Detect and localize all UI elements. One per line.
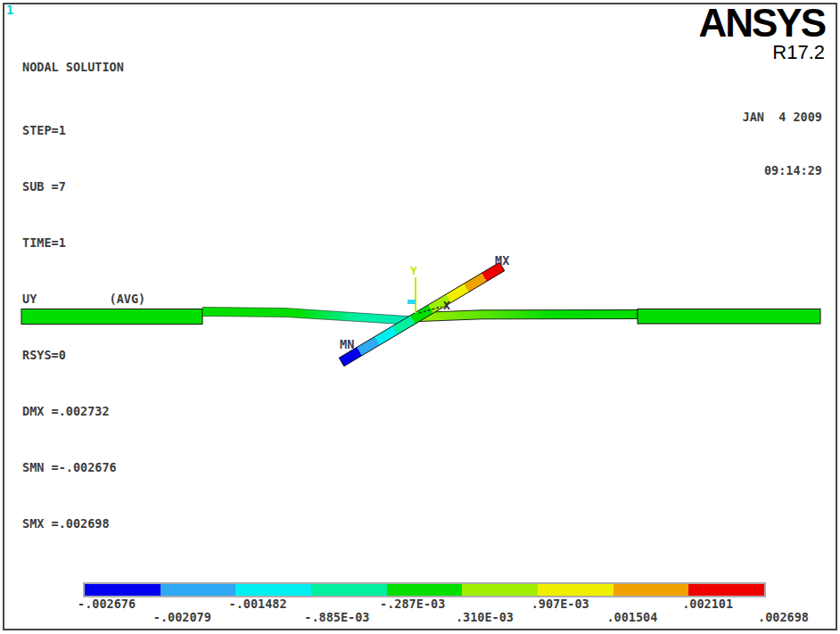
legend-segment-1 (161, 584, 236, 596)
contour-legend-bar (83, 582, 766, 597)
legend-value-0: -.002676 (78, 597, 136, 611)
legend-segment-8 (688, 584, 764, 596)
triad-z-marker-icon (408, 300, 416, 304)
legend-value-6: .907E-03 (531, 597, 589, 611)
ansys-graphics-window: 1 NODAL SOLUTION STEP=1 SUB =7 TIME=1 UY… (0, 0, 840, 634)
legend-segment-5 (462, 584, 538, 596)
beam-right-thick-segment (638, 309, 820, 325)
legend-segment-7 (614, 584, 689, 596)
legend-value-5: .310E-03 (456, 610, 514, 624)
legend-value-9: .002698 (758, 610, 809, 624)
min-node-marker: MN (340, 337, 354, 351)
legend-value-4: -.287E-03 (380, 597, 445, 611)
legend-value-1: -.002079 (153, 610, 211, 624)
beam-right-thin-segment (419, 310, 638, 322)
legend-value-8: .002101 (682, 597, 733, 611)
legend-segment-0 (85, 584, 161, 596)
legend-segment-2 (235, 584, 311, 596)
triad-x-axis-label: X (443, 299, 450, 312)
legend-segment-4 (387, 584, 463, 596)
beam-left-thin-segment (202, 308, 414, 325)
legend-value-3: -.885E-03 (304, 610, 369, 624)
plot-canvas[interactable]: Y X MN MX (0, 0, 840, 634)
max-node-marker: MX (495, 253, 509, 268)
legend-value-7: .001504 (606, 610, 657, 624)
legend-segment-3 (311, 584, 387, 596)
beam-left-thick-segment (21, 309, 202, 325)
legend-segment-6 (538, 584, 614, 596)
legend-value-2: -.001482 (229, 597, 287, 611)
triad-y-axis-label: Y (410, 264, 417, 277)
